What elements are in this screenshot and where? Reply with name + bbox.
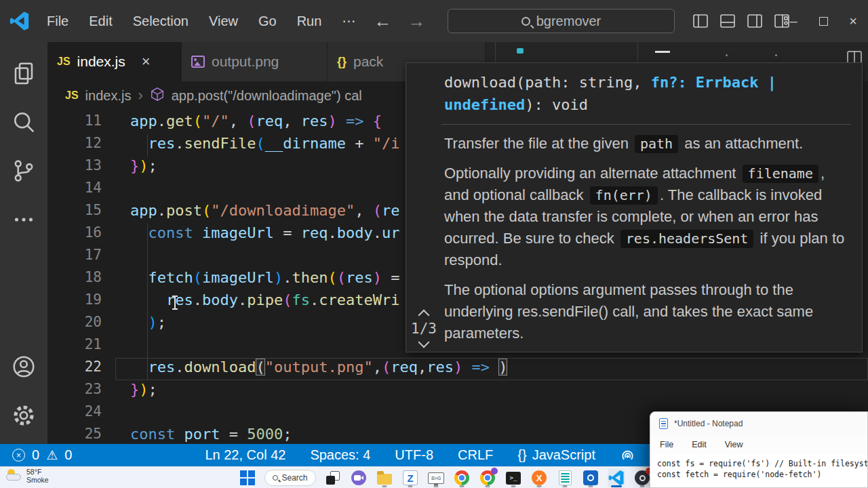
tab-label: output.png [212, 54, 279, 70]
code-token: . [157, 202, 166, 219]
more-views-icon[interactable] [0, 195, 47, 244]
hover-tooltip: 1/3 download(path: string, fn?: Errback … [406, 62, 863, 352]
code-text: res.body.pipe(fs.createWri [122, 289, 399, 311]
indent [130, 359, 149, 375]
chat-icon[interactable] [350, 468, 368, 487]
language-mode[interactable]: {} JavaScript [517, 447, 595, 463]
explorer-icon[interactable] [376, 468, 393, 487]
notepad-menu-view[interactable]: View [725, 440, 743, 449]
code-text: app.get("/", (req, res) => { [122, 110, 382, 132]
terminal-icon[interactable]: >_ [505, 468, 522, 487]
screentogif-icon[interactable]: S>G [427, 468, 445, 487]
taskbar-icons: SearchZS>G>_X [239, 468, 651, 487]
code-token: app [130, 202, 157, 219]
code-line[interactable]: 23}); [47, 378, 868, 401]
blue-circle-app-icon[interactable] [582, 468, 599, 487]
code-token: ; [149, 381, 157, 398]
chrome-profile-icon[interactable] [479, 468, 496, 487]
tab-index.js[interactable]: JSindex.js× [47, 42, 182, 81]
start-icon[interactable] [239, 468, 256, 487]
close-button[interactable]: × [838, 0, 868, 42]
code-token: "/" [202, 113, 229, 129]
xampp-icon[interactable]: X [530, 468, 548, 487]
weather-widget[interactable]: 58°F Smoke [5, 468, 49, 484]
obs-icon[interactable] [633, 468, 651, 487]
task-view-front [326, 476, 335, 485]
running-indicator [460, 485, 465, 487]
chevron-up-icon[interactable] [418, 310, 430, 321]
code-token: ; [283, 426, 292, 443]
code-token: app [130, 113, 157, 129]
eol-setting[interactable]: CRLF [458, 447, 493, 463]
taskbar-search[interactable]: Search [264, 470, 316, 486]
line-number: 20 [47, 311, 122, 333]
menu-view[interactable]: View [199, 0, 248, 42]
search-pill-icon[interactable]: Search [264, 468, 316, 487]
doc-text: The optional options argument passes thr… [444, 281, 813, 342]
image-file-icon [191, 56, 205, 68]
code-token: ( [256, 135, 264, 152]
notepad-menu-edit[interactable]: Edit [692, 440, 707, 449]
code-token: . [283, 269, 292, 286]
partial-tab-dot [775, 54, 777, 56]
zoom-icon[interactable]: Z [401, 468, 419, 487]
doc-paragraph: The optional options argument passes thr… [444, 279, 851, 344]
command-center-search[interactable]: bgremover [448, 9, 675, 33]
code-line[interactable]: 22 res.download("output.png",(req,res) =… [47, 356, 868, 378]
nav-back-button[interactable]: ← [366, 11, 399, 32]
code-token: "/downloadimage" [211, 202, 355, 219]
code-token: imageUrl [202, 224, 274, 241]
toggle-sidebar-icon[interactable] [692, 13, 709, 29]
signature-line: download(path: string, fn?: Errback | [444, 71, 851, 94]
doc-text: Transfer the file at the given [444, 135, 633, 152]
code-text: res.sendFile(__dirname + "/i [122, 132, 399, 155]
menu-run[interactable]: Run [287, 0, 332, 42]
minimize-button[interactable]: – [778, 0, 808, 42]
go-live-broadcast-icon[interactable] [620, 447, 635, 463]
encoding-setting[interactable]: UTF-8 [395, 447, 433, 463]
settings-gear-icon[interactable] [0, 391, 47, 440]
notepad-titlebar[interactable]: *Untitled - Notepad [650, 412, 867, 434]
breadcrumb-file[interactable]: index.js [85, 88, 132, 104]
nav-forward-button[interactable]: → [399, 11, 433, 32]
code-token: ) [149, 314, 157, 331]
breadcrumb-symbol[interactable]: app.post("/downloadimage") cal [172, 88, 362, 104]
maximize-button[interactable] [808, 0, 838, 42]
account-icon[interactable] [0, 342, 47, 391]
chrome-icon[interactable] [453, 468, 471, 487]
cursor-position[interactable]: Ln 22, Col 42 [205, 447, 285, 463]
search-sidebar-icon[interactable] [0, 98, 47, 146]
close-tab-icon[interactable]: × [142, 53, 151, 70]
indent-guide [147, 134, 148, 157]
tab-output.png[interactable]: output.png [182, 42, 328, 81]
explorer-icon[interactable] [0, 49, 47, 98]
more-menu-button[interactable]: ⋯ [332, 0, 366, 42]
code-token: = [220, 426, 247, 443]
indentation-setting[interactable]: Spaces: 4 [310, 447, 370, 463]
vscode-icon[interactable] [608, 468, 625, 487]
task-view-icon[interactable] [324, 468, 342, 487]
toggle-panel-icon[interactable] [719, 13, 736, 29]
code-token: } [130, 381, 139, 398]
problems-status[interactable]: × 0 ⚠ 0 [12, 447, 72, 463]
line-number: 21 [47, 333, 122, 356]
source-control-icon[interactable] [0, 146, 47, 195]
notepad-content[interactable]: const fs = require('fs') // Built-in fil… [650, 455, 867, 487]
code-text [122, 333, 130, 356]
code-token: ( [202, 202, 211, 219]
code-token: , [373, 359, 382, 375]
menu-selection[interactable]: Selection [123, 0, 199, 42]
chevron-down-icon[interactable] [418, 337, 430, 348]
code-token: => [471, 359, 490, 375]
activity-bar [0, 42, 47, 444]
notepad-plus-icon[interactable] [556, 468, 574, 487]
toggle-secondary-sidebar-icon[interactable] [747, 13, 763, 29]
menu-edit[interactable]: Edit [79, 0, 122, 42]
notepad-icon [659, 418, 668, 429]
signature-segment: ): void [525, 96, 588, 113]
menu-file[interactable]: File [37, 0, 79, 42]
notepad-menu-file[interactable]: File [660, 440, 673, 449]
notepad-window[interactable]: *Untitled - Notepad FileEditView const f… [650, 411, 868, 488]
menu-go[interactable]: Go [248, 0, 287, 42]
warnings-count: 0 [64, 447, 72, 463]
